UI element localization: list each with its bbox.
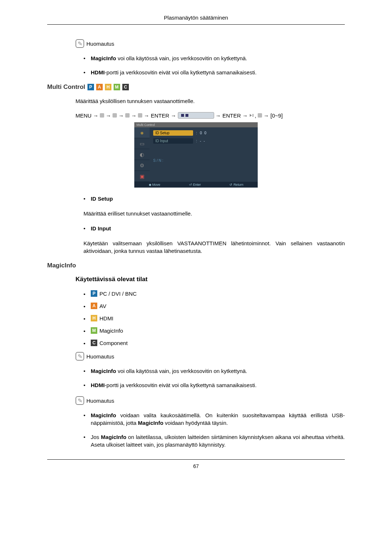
osd-footer-enter: ⏎ Enter xyxy=(189,183,201,186)
osd-sidebar: ⎈ ▭ ◐ ⚙ ▣ xyxy=(134,127,150,182)
mode-pc-label: PC / DVI / BNC xyxy=(99,291,137,297)
nav-button-icon xyxy=(100,113,104,118)
id-setup-item: ID Setup xyxy=(83,195,345,202)
mode-av-label: AV xyxy=(99,303,106,309)
osd-side-icon-3: ◐ xyxy=(134,149,150,160)
badge-h-icon: H xyxy=(105,84,111,90)
multi-control-heading: Multi Control P A H M C xyxy=(47,83,345,91)
badge-c-icon: C xyxy=(122,84,129,90)
badge-p-icon: P xyxy=(87,84,94,90)
osd-side-icon-5: ▣ xyxy=(134,171,150,182)
nav-button-icon xyxy=(258,113,262,118)
badge-p-icon: P xyxy=(91,290,97,297)
note-1-item-1: MagicInfo voi olla käytössä vain, jos ve… xyxy=(83,54,345,62)
badge-c-icon: C xyxy=(91,340,97,346)
osd-sn: S / N : xyxy=(153,159,254,163)
note-3-list: MagicInfo voidaan valita kaukosäätimellä… xyxy=(83,411,345,448)
note-3-item-2: Jos MagicInfo on laitetilassa, ulkoisten… xyxy=(83,433,345,448)
note-3: ✎ Huomautus xyxy=(75,396,345,405)
id-options-list: ID Setup xyxy=(83,195,345,202)
nav-button-icon xyxy=(113,113,117,118)
osd-footer: ◆ Move ⏎ Enter ↺ Return xyxy=(134,182,258,188)
badge-h-icon: H xyxy=(91,315,97,321)
note-2-item-1: MagicInfo voi olla käytössä vain, jos ve… xyxy=(83,367,345,375)
mode-magicinfo: M MagicInfo xyxy=(83,327,345,334)
note-label: Huomautus xyxy=(86,353,114,360)
note-3-item-1: MagicInfo voidaan valita kaukosäätimellä… xyxy=(83,411,345,427)
id-setup-desc: Määrittää erilliset tunnukset vastaanott… xyxy=(83,210,345,217)
badge-m-icon: M xyxy=(114,84,120,90)
note-label: Huomautus xyxy=(86,398,114,404)
remote-bar-icon xyxy=(178,112,214,119)
osd-row-id-setup: ID Setup : 0 0 xyxy=(153,130,254,136)
id-options-list-2: ID Input xyxy=(83,225,345,232)
osd-title: Multi Control xyxy=(134,122,258,127)
page-number: 67 xyxy=(47,459,345,469)
osd-screenshot: Multi Control ⎈ ▭ ◐ ⚙ ▣ ID Setup : 0 0 I… xyxy=(134,122,258,188)
osd-row-id-input: ID Input : - - xyxy=(153,138,254,144)
multi-control-intro: Määrittää yksilöllisen tunnuksen vastaan… xyxy=(75,97,345,105)
note-icon: ✎ xyxy=(75,39,84,48)
osd-side-icon-1: ⎈ xyxy=(134,127,150,138)
mode-pc: P PC / DVI / BNC xyxy=(83,290,345,297)
note-icon: ✎ xyxy=(75,352,84,361)
note-1: ✎ Huomautus xyxy=(75,39,345,48)
osd-side-icon-2: ▭ xyxy=(134,138,150,149)
mode-av: A AV xyxy=(83,303,345,309)
note-1-item-2: HDMI-portti ja verkkosovitin eivät voi o… xyxy=(83,69,345,76)
mode-hdmi: H HDMI xyxy=(83,315,345,321)
badge-a-icon: A xyxy=(96,84,103,90)
note-2-list: MagicInfo voi olla käytössä vain, jos ve… xyxy=(83,367,345,389)
badge-a-icon: A xyxy=(91,303,97,309)
modes-list: P PC / DVI / BNC A AV H HDMI M MagicInfo… xyxy=(83,290,345,346)
note-2-item-2: HDMI-portti ja verkkosovitin eivät voi o… xyxy=(83,381,345,389)
mode-comp-label: Component xyxy=(99,340,128,346)
id-input-item: ID Input xyxy=(83,225,345,232)
note-1-list: MagicInfo voi olla käytössä vain, jos ve… xyxy=(83,54,345,76)
note-label: Huomautus xyxy=(86,41,114,47)
badge-m-icon: M xyxy=(91,327,97,334)
id-input-desc: Käytetään valitsemaan yksilöllisen VASTA… xyxy=(83,239,345,255)
note-icon: ✎ xyxy=(75,396,84,405)
mode-component: C Component xyxy=(83,340,345,346)
note-2: ✎ Huomautus xyxy=(75,352,345,361)
menu-path: MENU → → → → → ENTER → → ENTER → , → [0~… xyxy=(75,112,345,119)
play-pause-icon xyxy=(249,114,253,117)
mode-mi-label: MagicInfo xyxy=(99,328,123,334)
osd-footer-return: ↺ Return xyxy=(229,183,243,186)
osd-footer-move: ◆ Move xyxy=(149,183,160,186)
nav-button-icon xyxy=(138,113,142,118)
available-modes-heading: Käytettävissä olevat tilat xyxy=(75,276,345,283)
nav-button-icon xyxy=(125,113,130,118)
osd-side-icon-4: ⚙ xyxy=(134,160,150,171)
magicinfo-heading: MagicInfo xyxy=(47,262,345,269)
mode-hdmi-label: HDMI xyxy=(99,315,113,321)
page-header: Plasmanäytön säätäminen xyxy=(47,15,345,25)
